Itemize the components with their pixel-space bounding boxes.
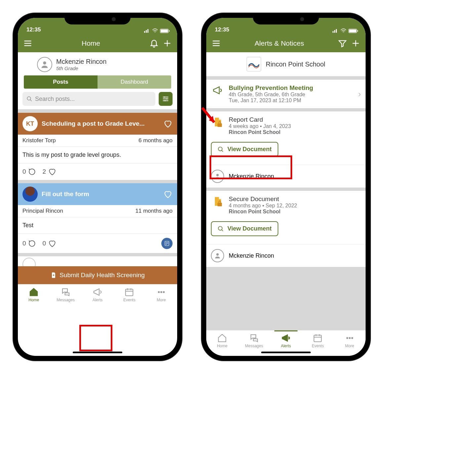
avatar-icon	[211, 249, 224, 262]
nav-events[interactable]: Events	[118, 287, 141, 302]
megaphone-icon	[93, 287, 102, 297]
signal-icon	[144, 29, 150, 33]
post-title: Fill out the form	[42, 191, 159, 198]
plus-icon[interactable]	[351, 39, 360, 48]
segment-control: Posts Dashboard	[24, 75, 171, 89]
phone-notch	[253, 13, 319, 24]
secure-document-icon	[211, 195, 224, 207]
alert-title: Report Card	[229, 116, 361, 123]
nav-label: Messages	[245, 344, 263, 348]
author-photo	[22, 187, 38, 202]
calendar-icon	[124, 287, 134, 297]
svg-point-7	[158, 291, 159, 293]
bell-icon[interactable]	[149, 39, 159, 48]
svg-point-2	[164, 97, 165, 98]
student-name: Mckenzie Rincon	[229, 252, 274, 259]
svg-point-17	[346, 337, 348, 339]
alert-date: 4 months ago ▪ Sep 12, 2022	[229, 203, 361, 209]
nav-alerts[interactable]: Alerts	[274, 330, 298, 348]
svg-point-18	[349, 337, 350, 339]
health-screening-banner[interactable]: Submit Daily Health Screening	[18, 266, 177, 284]
phone-home: 12:35 Home Mckenzie Rincon 5th Grade	[13, 13, 182, 361]
megaphone-icon	[281, 333, 291, 343]
filter-button[interactable]	[159, 92, 173, 106]
nav-more[interactable]: More	[150, 287, 173, 302]
post-age: 11 months ago	[136, 208, 173, 214]
plus-icon[interactable]	[163, 39, 172, 48]
profile-section: Mckenzie Rincon 5th Grade Posts Dashboar…	[18, 52, 177, 89]
menu-icon[interactable]	[23, 39, 32, 48]
document-plus-icon	[50, 272, 57, 278]
phone-alerts: 12:35 Alerts & Notices Rincon Point Scho…	[202, 13, 370, 361]
nav-label: More	[345, 344, 354, 348]
avatar-icon[interactable]	[37, 57, 52, 72]
nav-label: Messages	[57, 298, 75, 302]
tab-posts[interactable]: Posts	[24, 75, 98, 89]
student-grade: 5th Grade	[56, 65, 106, 71]
nav-messages[interactable]: Messages	[243, 333, 266, 348]
view-document-button[interactable]: View Document	[211, 221, 278, 236]
heart-outline-icon[interactable]	[48, 239, 57, 248]
heart-icon[interactable]	[163, 119, 173, 128]
post-author: Kristofer Torp	[22, 137, 56, 144]
sliders-icon	[162, 95, 169, 103]
svg-point-15	[216, 253, 218, 256]
nav-more[interactable]: More	[338, 333, 361, 348]
like-count: 0	[43, 240, 46, 247]
view-document-button[interactable]: View Document	[211, 142, 278, 157]
svg-rect-16	[314, 335, 322, 342]
alert-title: Bullying Prevention Meeting	[229, 84, 353, 92]
svg-rect-13	[218, 203, 222, 206]
school-header: Rincon Point School	[206, 52, 366, 76]
tab-dashboard[interactable]: Dashboard	[98, 75, 171, 89]
status-time: 12:35	[26, 26, 41, 33]
comment-icon[interactable]	[28, 239, 37, 248]
nav-home[interactable]: Home	[211, 333, 234, 348]
student-row[interactable]: Mckenzie Rincon	[206, 165, 366, 188]
post-header[interactable]: Fill out the form	[18, 183, 177, 205]
heart-icon[interactable]	[163, 190, 173, 199]
post-actions: 0 0	[18, 234, 177, 253]
alert-title: Secure Document	[229, 195, 361, 203]
home-indicator	[261, 352, 311, 353]
nav-alerts[interactable]: Alerts	[86, 287, 109, 302]
svg-rect-6	[126, 289, 133, 296]
status-time: 12:35	[215, 26, 229, 33]
megaphone-icon	[211, 84, 224, 96]
more-icon	[345, 333, 355, 343]
student-row[interactable]: Mckenzie Rincon	[206, 244, 366, 267]
nav-messages[interactable]: Messages	[54, 287, 77, 302]
alert-report-card[interactable]: Report Card 4 weeks ago ▪ Jan 4, 2023 Ri…	[206, 111, 366, 140]
form-icon[interactable]	[161, 238, 173, 249]
like-count: 2	[43, 168, 46, 175]
filter-icon[interactable]	[338, 39, 347, 48]
search-icon	[218, 226, 224, 232]
page-title: Home	[36, 39, 145, 47]
student-name: Mckenzie Rincon	[229, 173, 274, 180]
search-input[interactable]: Search posts...	[22, 92, 155, 106]
post-body: Test	[18, 217, 177, 234]
nav-label: Events	[123, 298, 136, 302]
post-header[interactable]: KT Scheduling a post to Grade Leve...	[18, 113, 177, 135]
heart-outline-icon[interactable]	[48, 167, 57, 176]
svg-point-3	[166, 98, 168, 100]
nav-events[interactable]: Events	[306, 333, 329, 348]
avatar-icon	[211, 170, 224, 183]
comment-icon[interactable]	[28, 167, 37, 176]
nav-label: Alerts	[281, 344, 291, 348]
alert-secure-doc[interactable]: Secure Document 4 months ago ▪ Sep 12, 2…	[206, 191, 366, 219]
more-icon	[156, 287, 166, 297]
home-indicator	[73, 352, 122, 353]
messages-icon	[249, 333, 259, 343]
home-icon	[217, 333, 227, 343]
post-actions: 0 2	[18, 163, 177, 180]
menu-icon[interactable]	[212, 39, 221, 48]
nav-home[interactable]: Home	[22, 287, 45, 302]
alert-meeting[interactable]: Bullying Prevention Meeting 4th Grade, 5…	[206, 80, 366, 108]
svg-point-0	[43, 62, 46, 64]
svg-point-1	[27, 97, 31, 100]
bottom-nav: Home Messages Alerts Events More	[18, 284, 177, 310]
svg-point-12	[216, 174, 218, 176]
home-icon	[29, 287, 39, 297]
nav-label: Events	[312, 344, 324, 348]
